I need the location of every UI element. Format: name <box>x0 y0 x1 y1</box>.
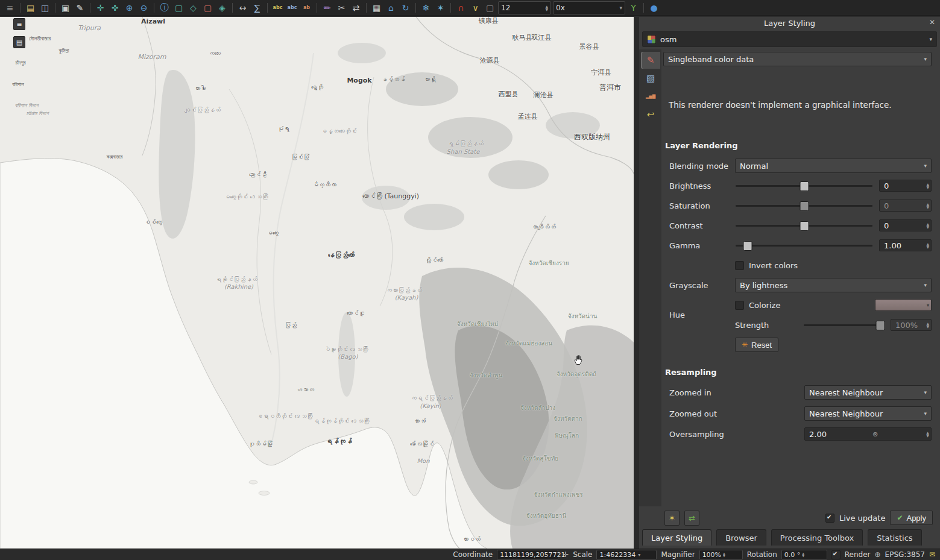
histogram-tab-icon[interactable]: ▂▅▇ <box>641 88 660 105</box>
new-map-view-icon[interactable]: ▣ <box>59 1 72 14</box>
colorize-checkbox[interactable] <box>735 301 744 310</box>
render-checkbox[interactable] <box>831 550 841 559</box>
raster-layer-icon <box>647 35 656 44</box>
dock-tab-layer-styling[interactable]: Layer Styling <box>642 529 711 546</box>
layer-styling-panel: Layer Styling ✕ osm ▾ ✎▨▂▅▇↩ Singleband … <box>639 17 940 549</box>
slider-handle[interactable] <box>800 221 809 231</box>
grayscale-combo[interactable]: By lightness ▾ <box>735 278 932 292</box>
layer-selector-combo[interactable]: osm ▾ <box>642 31 937 47</box>
split-features-icon[interactable]: ✂ <box>335 1 348 14</box>
magnifier-spinbox[interactable]: 100% ▲▼ <box>699 550 743 560</box>
transparency-tab-icon[interactable]: ▨ <box>641 70 660 87</box>
save-project-icon[interactable]: ◫ <box>39 1 51 14</box>
zoom-out-icon[interactable]: ⊖ <box>137 1 150 14</box>
label-pin-icon[interactable]: abc <box>286 1 298 14</box>
refresh-map-icon[interactable]: ↻ <box>399 1 412 14</box>
map-widget-button-1[interactable]: ≡ <box>13 18 25 30</box>
attribute-table-icon[interactable]: ▦ <box>370 1 383 14</box>
spin-arrows-icon[interactable]: ▲▼ <box>924 242 929 248</box>
spin-arrows-icon[interactable]: ▲▼ <box>924 183 929 189</box>
zoom-in-icon[interactable]: ⊕ <box>123 1 136 14</box>
manage-styles-button[interactable]: ⇄ <box>684 511 699 526</box>
brightness-slider[interactable] <box>735 180 873 192</box>
snapping-units-combo[interactable]: 0x▾ <box>553 1 625 14</box>
decorations-icon[interactable]: ✶ <box>434 1 447 14</box>
spin-arrows-icon[interactable]: ▲▼ <box>924 222 929 228</box>
gamma-spinbox[interactable]: 1.00 ▲▼ <box>879 239 932 251</box>
slider-handle[interactable] <box>800 201 809 211</box>
snapping-magnet-icon[interactable]: ∩ <box>455 1 467 14</box>
chevron-down-icon: ▾ <box>926 36 932 42</box>
spin-arrows-icon[interactable]: ▲▼ <box>800 552 804 557</box>
extent-icon[interactable]: ✛ <box>563 550 569 559</box>
colorize-color-swatch[interactable]: ▾ <box>875 299 932 311</box>
zoomed-in-combo[interactable]: Nearest Neighbour ▾ <box>804 385 932 400</box>
live-update-checkbox[interactable] <box>825 514 834 523</box>
label-highlight-icon[interactable]: ab <box>300 1 313 14</box>
dock-tab-browser[interactable]: Browser <box>716 529 766 546</box>
symbology-tab-icon[interactable]: ✎ <box>641 52 660 69</box>
snap-angle-icon[interactable]: ∨ <box>469 1 482 14</box>
invert-colors-checkbox[interactable] <box>735 261 744 270</box>
saturation-spinbox[interactable]: 0 ▲▼ <box>879 200 932 212</box>
pan-map-icon[interactable]: ✛ <box>94 1 107 14</box>
spin-arrows-icon[interactable]: ▲▼ <box>924 322 929 328</box>
apply-button[interactable]: ✔ Apply <box>890 511 933 525</box>
reset-button[interactable]: ✳ Reset <box>735 338 778 352</box>
strength-slider[interactable] <box>803 319 885 331</box>
spin-arrows-icon[interactable]: ▲▼ <box>924 203 929 209</box>
zoom-full-icon[interactable]: ⌂ <box>385 1 397 14</box>
slider-handle[interactable] <box>876 321 885 330</box>
history-tab-icon[interactable]: ↩ <box>641 106 660 123</box>
reshape-features-icon[interactable]: ⇄ <box>350 1 362 14</box>
strength-spinbox[interactable]: 100% ▲▼ <box>891 319 932 331</box>
spin-arrows-icon[interactable]: ▲▼ <box>924 431 929 437</box>
contrast-spinbox[interactable]: 0 ▲▼ <box>879 219 932 231</box>
identify-features-icon[interactable]: ⓘ <box>158 1 171 14</box>
vertex-tool-icon[interactable]: ✏ <box>321 1 333 14</box>
deselect-features-icon[interactable]: ▢ <box>201 1 214 14</box>
select-polygon-icon[interactable]: ◇ <box>187 1 200 14</box>
statistical-summary-icon[interactable]: ∑ <box>251 1 263 14</box>
oversampling-spinbox[interactable]: 2.00 ⊗ ▲▼ <box>804 427 932 441</box>
select-by-value-icon[interactable]: ◈ <box>216 1 229 14</box>
saturation-slider[interactable] <box>735 200 873 212</box>
blending-mode-combo[interactable]: Normal ▾ <box>735 159 932 173</box>
spin-arrows-icon[interactable]: ▲▼ <box>721 552 725 557</box>
panel-splitter[interactable] <box>634 17 639 549</box>
spin-arrows-icon[interactable]: ▾ <box>619 5 622 11</box>
spin-arrows-icon[interactable]: ▲▼ <box>543 5 548 11</box>
brightness-label: Brightness <box>669 181 735 190</box>
labeling-icon[interactable]: abc <box>271 1 284 14</box>
add-style-button[interactable]: ✶ <box>664 511 680 526</box>
scale-combo[interactable]: 1:4622334 ▾ <box>596 550 657 560</box>
toolbar-menu-icon[interactable]: ≡ <box>4 1 16 14</box>
pan-to-selection-icon[interactable]: ✜ <box>109 1 121 14</box>
messages-icon[interactable]: ✉ <box>929 550 935 559</box>
select-features-icon[interactable]: ▢ <box>172 1 185 14</box>
clear-value-icon[interactable]: ⊗ <box>872 430 878 438</box>
map-canvas[interactable]: মৌলভীবাজারকুমিল্লাচাঁদপুরTripuraAizawlMi… <box>0 17 634 549</box>
crs-icon[interactable]: ⊕ <box>875 550 881 559</box>
extent-box-icon[interactable]: ▢ <box>484 1 496 14</box>
coordinate-input[interactable]: 11181199,2057721 <box>497 550 558 560</box>
panel-close-icon[interactable]: ✕ <box>929 18 935 27</box>
gamma-slider[interactable] <box>735 239 873 251</box>
dock-tab-statistics[interactable]: Statistics <box>868 529 921 546</box>
zoomed-out-combo[interactable]: Nearest Neighbour ▾ <box>804 406 932 421</box>
contrast-slider[interactable] <box>735 219 873 231</box>
map-widget-button-2[interactable]: ▤ <box>13 36 25 48</box>
brightness-spinbox[interactable]: 0 ▲▼ <box>879 180 932 192</box>
slider-handle[interactable] <box>800 181 809 191</box>
slider-handle[interactable] <box>743 241 752 251</box>
tracing-icon[interactable]: Y <box>627 1 640 14</box>
renderer-combo[interactable]: Singleband color data ▾ <box>663 52 932 66</box>
stream-digitizing-icon[interactable]: ● <box>648 1 660 14</box>
dock-tab-processing-toolbox[interactable]: Processing Toolbox <box>771 529 863 546</box>
snapping-tolerance-spinbox[interactable]: 12▲▼ <box>498 1 551 14</box>
new-layout-icon[interactable]: ✎ <box>74 1 86 14</box>
freeze-canvas-icon[interactable]: ❄ <box>420 1 432 14</box>
open-project-icon[interactable]: ▤ <box>24 1 37 14</box>
rotation-spinbox[interactable]: 0.0 ° ▲▼ <box>781 550 827 560</box>
measure-icon[interactable]: ↔ <box>236 1 249 14</box>
